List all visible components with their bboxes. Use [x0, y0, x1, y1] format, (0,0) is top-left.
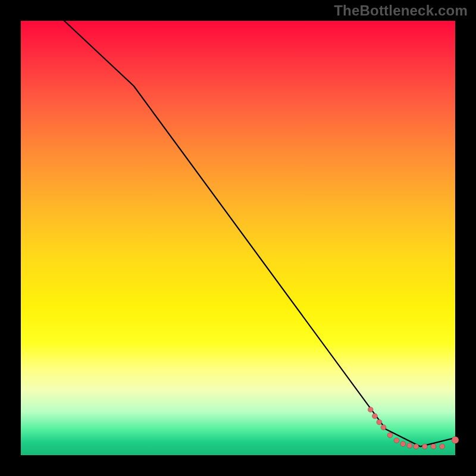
data-point	[377, 419, 382, 425]
chart-frame: TheBottleneck.com	[0, 0, 476, 476]
data-point	[387, 433, 393, 438]
data-point	[422, 444, 427, 449]
watermark-text: TheBottleneck.com	[334, 2, 468, 19]
data-point	[368, 407, 373, 412]
data-point	[372, 414, 377, 419]
chart-svg	[21, 21, 455, 455]
data-point	[381, 425, 386, 430]
data-point	[407, 443, 412, 448]
bottleneck-curve	[64, 21, 455, 446]
data-point	[400, 441, 406, 447]
plot-area	[21, 21, 455, 455]
data-point	[394, 438, 399, 443]
data-point	[431, 444, 436, 449]
data-point	[440, 444, 445, 449]
data-point	[414, 444, 419, 449]
data-point	[452, 437, 459, 444]
